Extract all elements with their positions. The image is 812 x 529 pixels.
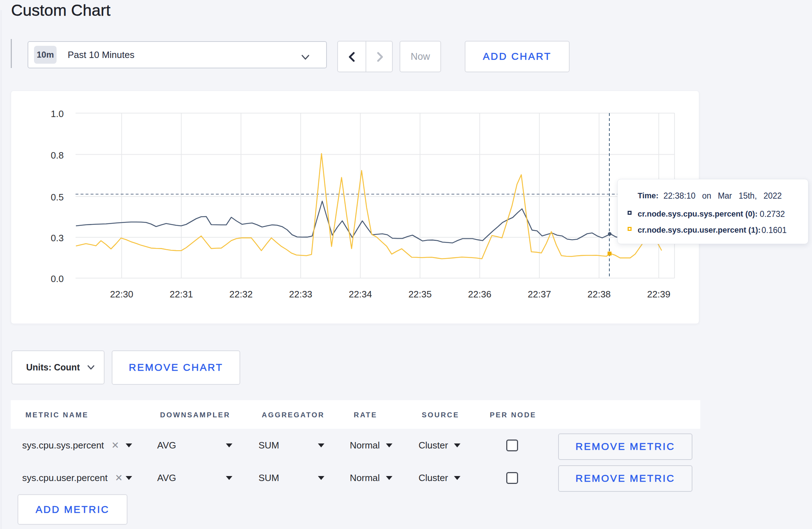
svg-text:0.0: 0.0 [51, 273, 64, 284]
svg-text:1.0: 1.0 [51, 108, 64, 119]
svg-text:22:35: 22:35 [409, 289, 432, 300]
svg-text:0.5: 0.5 [51, 192, 64, 203]
svg-text:0.8: 0.8 [51, 150, 64, 161]
svg-text:22:36: 22:36 [468, 289, 491, 300]
svg-text:22:32: 22:32 [229, 289, 253, 300]
svg-text:22:31: 22:31 [170, 289, 193, 300]
svg-text:22:37: 22:37 [528, 289, 551, 300]
svg-text:22:30: 22:30 [110, 289, 133, 300]
svg-text:22:38: 22:38 [588, 289, 611, 300]
svg-text:22:33: 22:33 [289, 289, 312, 300]
svg-text:22:34: 22:34 [349, 289, 372, 300]
svg-text:0.3: 0.3 [51, 233, 64, 243]
svg-text:22:39: 22:39 [647, 289, 670, 300]
